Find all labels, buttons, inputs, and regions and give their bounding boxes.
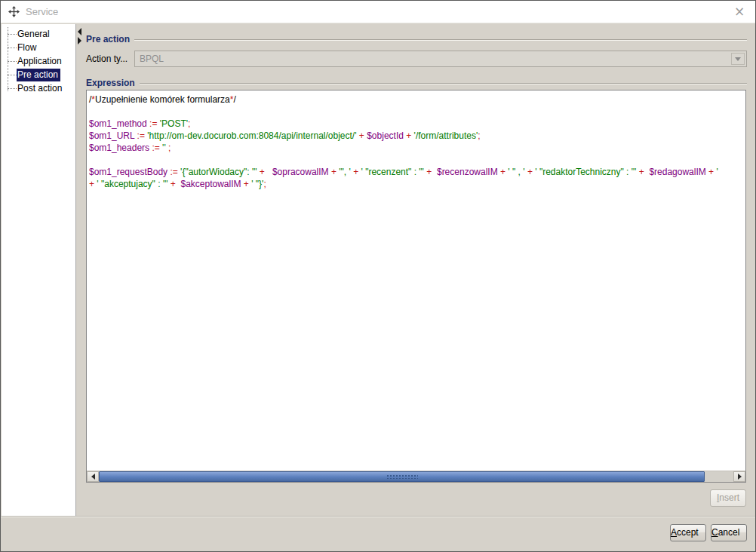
service-dialog: Service × General Flow Application Pre a… xyxy=(0,0,756,552)
action-type-value: BPQL xyxy=(140,54,164,64)
insert-button-label: Insert xyxy=(711,490,745,506)
scroll-right-button[interactable] xyxy=(733,471,745,482)
splitter-arrow-left-icon[interactable] xyxy=(78,28,81,35)
sidebar-item-flow[interactable]: Flow xyxy=(2,41,75,54)
action-type-label: Action ty... xyxy=(86,54,128,64)
insert-button[interactable]: Insert xyxy=(710,489,746,507)
code-line: $om1_requestBody := '{"autorWiodacy": "'… xyxy=(89,166,743,178)
tree-branch-line xyxy=(8,48,17,48)
sidebar-item-label: Post action xyxy=(17,82,64,95)
window-title: Service xyxy=(26,6,58,17)
footer-bar: Accept Cancel xyxy=(1,516,755,551)
pre-action-group-header: Pre action xyxy=(86,34,747,44)
arrow-left-icon xyxy=(91,474,95,480)
code-editor-content[interactable]: /*Uzupełnienie komórek formularza*/ $om1… xyxy=(87,90,745,471)
tree-branch-line xyxy=(8,34,17,35)
scrollbar-track[interactable] xyxy=(99,471,733,482)
navigation-tree: General Flow Application Pre action Post… xyxy=(2,27,75,95)
cancel-button[interactable]: Cancel xyxy=(711,524,747,541)
sidebar-splitter[interactable] xyxy=(76,24,84,516)
expression-group-title: Expression xyxy=(86,78,135,88)
chevron-down-icon xyxy=(735,57,741,61)
scrollbar-grip-icon xyxy=(386,474,418,479)
move-icon xyxy=(8,6,20,17)
cancel-button-label: Cancel xyxy=(711,525,746,541)
sidebar-item-label: Flow xyxy=(17,41,38,54)
code-line: + ' "akceptujacy" : "' + $akceptowalIM +… xyxy=(89,178,743,190)
main-panel: Pre action Action ty... BPQL Expression … xyxy=(84,24,755,516)
group-divider-line xyxy=(140,83,747,84)
pre-action-group-title: Pre action xyxy=(86,34,130,44)
expression-group-header: Expression xyxy=(86,78,747,88)
sidebar-item-general[interactable]: General xyxy=(2,27,75,41)
splitter-arrow-right-icon[interactable] xyxy=(78,37,81,44)
tree-connector-line xyxy=(8,27,8,91)
expression-editor[interactable]: /*Uzupełnienie komórek formularza*/ $om1… xyxy=(86,90,746,483)
accept-button[interactable]: Accept xyxy=(670,524,706,541)
sidebar: General Flow Application Pre action Post… xyxy=(2,24,76,516)
accept-button-label: Accept xyxy=(671,525,705,541)
code-line: $om1_method := 'POST'; xyxy=(89,118,743,130)
sidebar-item-label: Application xyxy=(17,55,64,68)
horizontal-scrollbar[interactable] xyxy=(87,471,745,482)
action-type-combobox[interactable]: BPQL xyxy=(134,51,747,67)
sidebar-item-label: General xyxy=(17,28,52,41)
code-line: $om1_URL := 'http://om-dev.docurob.com:8… xyxy=(89,130,743,142)
tree-branch-line xyxy=(8,75,17,75)
scroll-left-button[interactable] xyxy=(87,471,99,482)
sidebar-item-label: Pre action xyxy=(17,69,60,81)
close-icon[interactable]: × xyxy=(731,5,748,18)
code-line: /*Uzupełnienie komórek formularza*/ xyxy=(89,94,743,106)
sidebar-item-pre-action[interactable]: Pre action xyxy=(2,68,75,81)
tree-branch-line xyxy=(8,61,17,62)
arrow-right-icon xyxy=(738,474,742,480)
combo-dropdown-button[interactable] xyxy=(731,53,745,65)
scrollbar-thumb[interactable] xyxy=(99,471,705,482)
sidebar-item-post-action[interactable]: Post action xyxy=(2,81,75,95)
code-line xyxy=(89,154,743,166)
sidebar-item-application[interactable]: Application xyxy=(2,54,75,68)
group-divider-line xyxy=(134,39,747,41)
code-line: $om1_headers := '' ; xyxy=(89,142,743,154)
tree-branch-line xyxy=(8,88,17,89)
titlebar: Service × xyxy=(1,1,755,23)
code-line xyxy=(89,106,743,118)
action-type-row: Action ty... BPQL xyxy=(86,51,747,67)
